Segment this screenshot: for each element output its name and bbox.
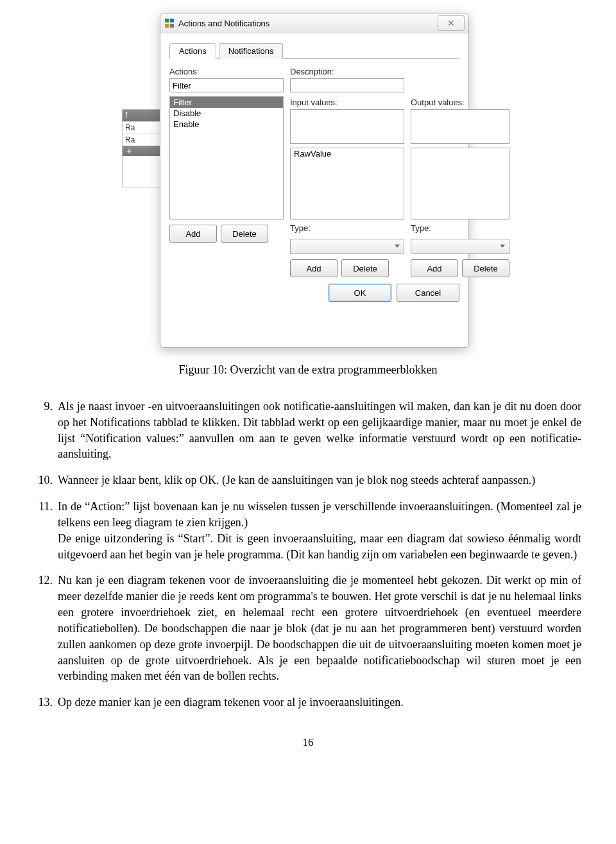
input-values-list-item[interactable]: RawValue	[291, 148, 404, 159]
list-item-13: 13. Op deze manier kan je een diagram te…	[35, 694, 581, 711]
dialog-tabstrip: Actions Notifications	[169, 42, 459, 59]
output-delete-button[interactable]: Delete	[462, 259, 509, 277]
input-values-listbox[interactable]: RawValue	[290, 148, 404, 220]
actions-column: Actions: Filter Disable Enable Add Delet…	[169, 67, 284, 277]
list-number: 12.	[35, 573, 53, 589]
background-panel: f Ra Ra +	[122, 109, 162, 187]
list-number: 9.	[35, 399, 53, 415]
list-text: Wanneer je klaar bent, klik op OK. (Je k…	[58, 474, 535, 487]
description-input[interactable]	[290, 78, 404, 92]
description-label: Description:	[290, 67, 404, 76]
list-item-10: 10. Wanneer je klaar bent, klik op OK. (…	[35, 472, 581, 488]
output-type-label: Type:	[411, 223, 509, 233]
svg-rect-0	[165, 19, 169, 22]
list-number: 10.	[35, 472, 53, 488]
output-add-button[interactable]: Add	[411, 259, 458, 277]
output-values-label: Output values:	[411, 98, 509, 107]
actions-list-item[interactable]: Disable	[170, 108, 283, 119]
background-panel-header: f	[123, 110, 161, 121]
background-panel-row: Ra	[123, 133, 161, 146]
close-button[interactable]: ✕	[438, 15, 465, 31]
output-values-listbox[interactable]	[411, 148, 509, 220]
document-body: 9. Als je naast invoer -en uitvoeraanslu…	[0, 399, 616, 711]
list-item-11: 11. In de “Action:” lijst bovenaan kan j…	[35, 499, 581, 562]
tab-notifications[interactable]: Notifications	[219, 43, 284, 59]
actions-add-button[interactable]: Add	[169, 225, 217, 243]
list-text: Als je naast invoer -en uitvoeraansluiti…	[58, 400, 581, 460]
figure-caption: Figuur 10: Overzicht van de extra progra…	[0, 363, 616, 377]
actions-list-item[interactable]: Filter	[170, 97, 283, 108]
output-value-field[interactable]	[411, 109, 509, 144]
actions-filter-input[interactable]	[169, 78, 284, 92]
list-item-12: 12. Nu kan je een diagram tekenen voor d…	[35, 573, 581, 684]
input-type-combo[interactable]	[290, 239, 404, 254]
input-values-column: Description: Input values: RawValue Type…	[290, 67, 404, 277]
svg-rect-3	[170, 24, 174, 28]
list-item-9: 9. Als je naast invoer -en uitvoeraanslu…	[35, 399, 581, 462]
input-type-label: Type:	[290, 223, 404, 233]
list-number: 13.	[35, 694, 53, 711]
actions-label: Actions:	[169, 67, 284, 76]
output-values-column: . Output values: Type: Add Delete	[411, 67, 509, 277]
list-text: Nu kan je een diagram tekenen voor de in…	[58, 574, 581, 682]
actions-notifications-dialog: Actions and Notifications ✕ Actions Noti…	[160, 13, 469, 348]
list-text: In de “Action:” lijst bovenaan kan je nu…	[58, 500, 581, 560]
app-icon	[164, 18, 175, 28]
actions-delete-button[interactable]: Delete	[221, 225, 268, 243]
dialog-titlebar: Actions and Notifications ✕	[160, 13, 468, 33]
figure-screenshot: f Ra Ra + Actions and Notifications ✕	[0, 13, 616, 348]
close-icon: ✕	[447, 18, 455, 28]
actions-list-item[interactable]: Enable	[170, 119, 283, 130]
input-values-label: Input values:	[290, 98, 404, 107]
ok-button[interactable]: OK	[329, 284, 391, 302]
page-number: 16	[0, 736, 616, 749]
background-panel-add: +	[123, 146, 161, 156]
output-type-combo[interactable]	[411, 239, 509, 254]
tab-actions[interactable]: Actions	[169, 43, 216, 59]
list-number: 11.	[35, 499, 53, 515]
svg-rect-2	[165, 24, 169, 28]
svg-rect-1	[170, 19, 174, 22]
dialog-title: Actions and Notifications	[178, 19, 270, 28]
list-text: Op deze manier kan je een diagram tekene…	[58, 696, 404, 709]
input-value-field[interactable]	[290, 109, 404, 144]
input-add-button[interactable]: Add	[290, 259, 338, 277]
actions-listbox[interactable]: Filter Disable Enable	[169, 96, 284, 220]
cancel-button[interactable]: Cancel	[397, 284, 459, 302]
background-panel-row: Ra	[123, 121, 161, 133]
input-delete-button[interactable]: Delete	[341, 259, 389, 277]
